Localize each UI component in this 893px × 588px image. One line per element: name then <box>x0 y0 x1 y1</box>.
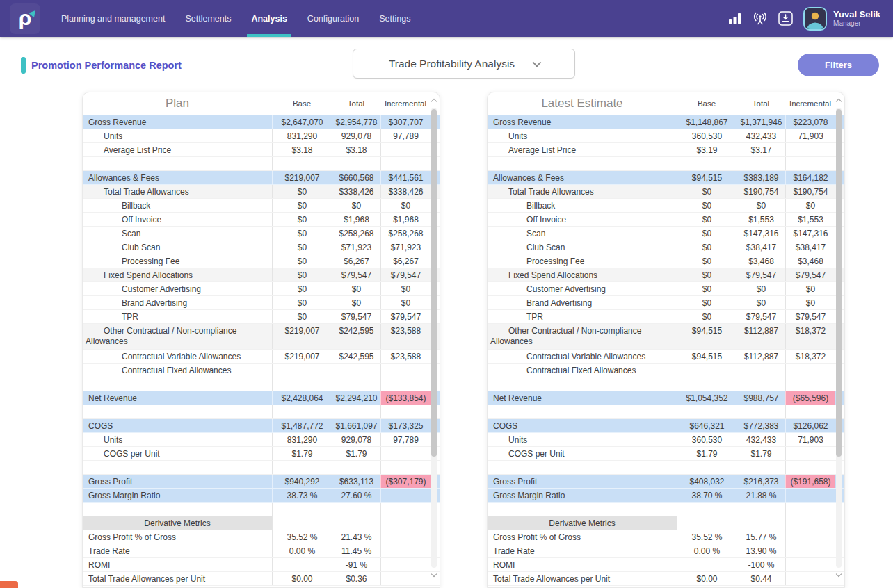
cell-incremental <box>785 489 835 502</box>
table-row: Gross Profit % of Gross35.52 %15.77 % <box>488 530 844 544</box>
bar-chart-icon[interactable] <box>728 13 742 24</box>
cell-total: $1.79 <box>737 447 785 460</box>
row-label: Other Contractual / Non-compliance Allow… <box>83 324 272 349</box>
cell-incremental <box>785 572 835 585</box>
cell-total: 21.43 % <box>332 530 380 544</box>
cell-total: $242,595 <box>332 350 380 363</box>
logo-glyph: ρ <box>19 8 32 28</box>
scrollbar-thumb[interactable] <box>431 109 437 457</box>
row-label: Contractual Variable Allowances <box>83 350 272 363</box>
cell-total: $3.17 <box>737 143 785 156</box>
cell-base <box>272 364 332 377</box>
table-row: TPR$0$79,547$79,547 <box>83 310 440 324</box>
row-label: Contractual Variable Allowances <box>488 350 677 363</box>
table-row: Average List Price$3.18$3.18 <box>83 143 440 157</box>
cell-total: $0.36 <box>332 572 380 585</box>
cell-base <box>677 405 737 418</box>
scrollbar[interactable] <box>835 97 844 578</box>
scroll-down-icon[interactable] <box>431 572 437 578</box>
cell-total: $1,553 <box>737 213 785 226</box>
app-logo[interactable]: ρ <box>10 3 40 34</box>
cell-total: $1,371,946 <box>737 115 785 129</box>
cell-base: $219,007 <box>272 171 332 184</box>
cell-base: $2,647,070 <box>272 115 332 129</box>
row-label: Gross Profit % of Gross <box>83 530 272 544</box>
row-label: COGS <box>488 419 677 432</box>
cell-total: $988,757 <box>737 391 785 405</box>
row-label <box>83 377 272 391</box>
cell-total: 27.60 % <box>332 489 380 502</box>
scroll-up-icon[interactable] <box>431 98 437 104</box>
cell-total <box>737 377 785 391</box>
nav-item-settlements[interactable]: Settlements <box>185 0 231 37</box>
row-label: Scan <box>488 227 677 240</box>
table-row: Derivative Metrics <box>83 516 440 530</box>
nav-item-planning-and-management[interactable]: Planning and management <box>61 0 165 37</box>
table-row: Off Invoice$0$1,968$1,968 <box>83 213 440 227</box>
table-row: Derivative Metrics <box>488 516 844 530</box>
row-label <box>488 377 677 391</box>
nav-item-settings[interactable]: Settings <box>379 0 410 37</box>
column-header: Incremental <box>380 99 431 108</box>
row-label <box>488 461 677 474</box>
cell-total: $1.79 <box>332 447 380 460</box>
latest-estimate-table: Latest EstimateBaseTotalIncremental Gros… <box>487 92 845 588</box>
cell-incremental <box>380 405 431 418</box>
nav-item-configuration[interactable]: Configuration <box>307 0 359 37</box>
row-label: Gross Profit <box>488 475 677 488</box>
table-row: Contractual Variable Allowances$219,007$… <box>83 350 440 364</box>
table-row: Gross Profit$408,032$216,373($191,658) <box>488 475 844 489</box>
cell-base: $0 <box>272 185 332 198</box>
row-label: Derivative Metrics <box>488 516 677 530</box>
nav-item-analysis[interactable]: Analysis <box>251 0 287 37</box>
cell-base <box>677 157 737 170</box>
blank-row <box>488 503 844 516</box>
row-label: TPR <box>488 310 677 323</box>
table-row: Average List Price$3.19$3.17 <box>488 143 844 157</box>
cell-base: $0 <box>677 227 737 240</box>
row-label: Average List Price <box>83 143 272 156</box>
cell-total: $0 <box>332 296 380 309</box>
cell-base: $0 <box>677 310 737 323</box>
scrollbar[interactable] <box>430 97 439 578</box>
cell-total <box>332 461 380 474</box>
cell-base: $0 <box>272 213 332 226</box>
scroll-down-icon[interactable] <box>836 572 842 578</box>
user-chip[interactable]: Yuval Selik Manager <box>803 7 880 31</box>
cell-base: $94,515 <box>677 171 737 184</box>
blank-row <box>488 405 844 419</box>
table-row: Scan$0$258,268$258,268 <box>83 227 440 240</box>
column-header: Incremental <box>785 99 835 108</box>
cell-incremental: $126,062 <box>785 419 835 432</box>
avatar[interactable] <box>803 7 827 31</box>
cell-total: 11.45 % <box>332 544 380 557</box>
row-label: Off Invoice <box>488 213 677 226</box>
report-type-select[interactable]: Trade Profitability Analysis <box>353 49 575 79</box>
download-icon[interactable] <box>778 11 793 26</box>
row-label <box>83 405 272 418</box>
table-row: Units831,290929,07897,789 <box>83 129 440 143</box>
cell-base: $0 <box>272 240 332 254</box>
scrollbar-thumb[interactable] <box>836 109 842 457</box>
cell-base: $0 <box>272 296 332 309</box>
row-label: Total Trade Allowances per Unit <box>488 572 677 585</box>
chevron-down-icon <box>533 58 542 67</box>
table-row: Allowances & Fees$94,515$383,189$164,182 <box>488 171 844 185</box>
scroll-up-icon[interactable] <box>836 98 842 104</box>
cell-base: $219,007 <box>272 324 332 349</box>
filters-button[interactable]: Filters <box>798 54 879 76</box>
table-row: Trade Rate0.00 %11.45 % <box>83 544 440 558</box>
cell-base: 38.70 % <box>677 489 737 502</box>
cell-incremental <box>785 461 835 474</box>
top-navigation-bar: ρ Planning and managementSettlementsAnal… <box>0 0 893 37</box>
row-label: Off Invoice <box>83 213 272 226</box>
cell-incremental: $164,182 <box>785 171 835 184</box>
cell-incremental <box>380 364 431 377</box>
cell-base <box>677 461 737 474</box>
table-row: Processing Fee$0$6,267$6,267 <box>83 254 440 268</box>
blank-row <box>83 461 440 475</box>
broadcast-icon[interactable] <box>753 12 768 25</box>
cell-base: $219,007 <box>272 350 332 363</box>
row-label <box>488 503 677 516</box>
cell-total <box>737 157 785 170</box>
